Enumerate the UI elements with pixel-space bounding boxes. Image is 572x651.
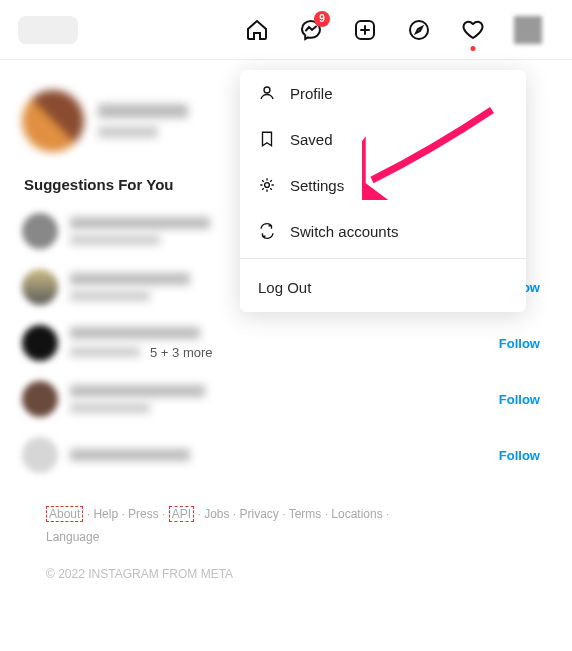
more-count: 5 + 3 more	[150, 345, 213, 360]
footer-copyright: © 2022 INSTAGRAM FROM META	[46, 563, 526, 586]
footer-help[interactable]: Help	[93, 507, 118, 521]
footer-press[interactable]: Press	[128, 507, 159, 521]
messages-badge: 9	[314, 11, 330, 27]
activity-dot-icon	[471, 46, 476, 51]
profile-avatar-button[interactable]	[514, 16, 542, 44]
footer-about[interactable]: About	[46, 506, 83, 522]
suggestion-item: 5 + 3 more Follow	[22, 325, 550, 361]
divider	[240, 258, 526, 259]
dropdown-profile[interactable]: Profile	[240, 70, 526, 116]
dropdown-profile-label: Profile	[290, 85, 333, 102]
avatar[interactable]	[22, 437, 58, 473]
search-input[interactable]	[18, 16, 78, 44]
dropdown-switch-accounts[interactable]: Switch accounts	[240, 208, 526, 254]
dropdown-saved[interactable]: Saved	[240, 116, 526, 162]
gear-icon	[258, 176, 276, 194]
suggestion-item: Follow	[22, 381, 550, 417]
suggestion-item: Follow	[22, 437, 550, 473]
svg-point-1	[410, 21, 428, 39]
footer-api[interactable]: API	[169, 506, 194, 522]
svg-point-3	[265, 183, 270, 188]
dropdown-logout[interactable]: Log Out	[240, 263, 526, 312]
new-post-icon[interactable]	[352, 17, 378, 43]
messenger-icon[interactable]: 9	[298, 17, 324, 43]
explore-icon[interactable]	[406, 17, 432, 43]
user-icon	[258, 84, 276, 102]
top-bar: 9	[0, 0, 572, 60]
dropdown-settings-label: Settings	[290, 177, 344, 194]
dropdown-settings[interactable]: Settings	[240, 162, 526, 208]
dropdown-switch-label: Switch accounts	[290, 223, 398, 240]
avatar[interactable]	[22, 325, 58, 361]
activity-icon[interactable]	[460, 17, 486, 43]
avatar[interactable]	[22, 381, 58, 417]
bookmark-icon	[258, 130, 276, 148]
avatar[interactable]	[22, 90, 84, 152]
avatar[interactable]	[22, 269, 58, 305]
svg-point-2	[264, 87, 270, 93]
footer-terms[interactable]: Terms	[289, 507, 322, 521]
footer-jobs[interactable]: Jobs	[204, 507, 229, 521]
footer-privacy[interactable]: Privacy	[240, 507, 279, 521]
avatar[interactable]	[22, 213, 58, 249]
dropdown-logout-label: Log Out	[258, 279, 311, 296]
follow-button[interactable]: Follow	[499, 392, 540, 407]
user-text	[98, 104, 188, 138]
home-icon[interactable]	[244, 17, 270, 43]
nav-icon-group: 9	[244, 16, 542, 44]
footer-links: AboutHelpPressAPIJobsPrivacyTermsLocatio…	[22, 493, 550, 595]
follow-button[interactable]: Follow	[499, 336, 540, 351]
profile-dropdown: Profile Saved Settings Switch accounts L…	[240, 70, 526, 312]
footer-locations[interactable]: Locations	[331, 507, 382, 521]
dropdown-saved-label: Saved	[290, 131, 333, 148]
switch-icon	[258, 222, 276, 240]
follow-button[interactable]: Follow	[499, 448, 540, 463]
footer-language[interactable]: Language	[46, 530, 99, 544]
